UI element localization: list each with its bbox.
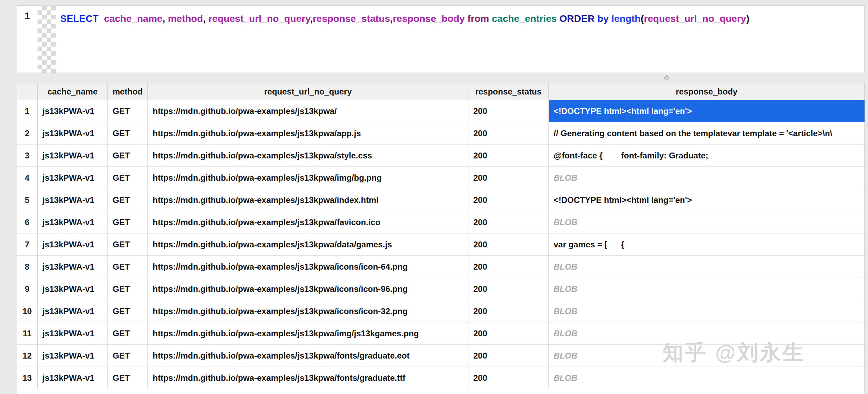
row-number[interactable]: 1 — [17, 100, 38, 122]
cell-cache-name[interactable]: js13kPWA-v1 — [38, 367, 108, 389]
cell-cache-name[interactable]: js13kPWA-v1 — [38, 300, 108, 322]
cell-response-status[interactable]: 200 — [468, 145, 549, 166]
table-header: cache_name method request_url_no_query r… — [17, 83, 865, 100]
cell-method[interactable]: GET — [108, 345, 148, 367]
cell-cache-name[interactable]: js13kPWA-v1 — [38, 322, 108, 344]
cell-response-status[interactable]: 200 — [468, 167, 549, 189]
cell-response-body[interactable]: <!DOCTYPE html><html lang='en'> — [549, 189, 865, 211]
cell-request-url[interactable]: https://mdn.github.io/pwa-examples/js13k… — [148, 322, 468, 344]
cell-method[interactable]: GET — [108, 233, 148, 255]
cell-request-url[interactable]: https://mdn.github.io/pwa-examples/js13k… — [148, 233, 468, 255]
cell-request-url[interactable]: https://mdn.github.io/pwa-examples/js13k… — [148, 300, 468, 322]
header-method[interactable]: method — [108, 83, 148, 100]
cell-response-body[interactable]: BLOB — [549, 367, 865, 389]
pane-splitter-handle[interactable] — [664, 75, 669, 80]
cell-method[interactable]: GET — [108, 322, 148, 344]
cell-response-body[interactable]: BLOB — [549, 167, 865, 189]
sql-editor[interactable]: 1 SELECT cache_name, method, request_url… — [17, 6, 865, 73]
cell-request-url[interactable]: https://mdn.github.io/pwa-examples/js13k… — [148, 256, 468, 278]
table-row: 2js13kPWA-v1GEThttps://mdn.github.io/pwa… — [17, 122, 865, 145]
cell-response-body[interactable]: BLOB — [549, 278, 865, 300]
cell-request-url[interactable]: https://mdn.github.io/pwa-examples/js13k… — [148, 211, 468, 233]
cell-cache-name[interactable]: js13kPWA-v1 — [38, 211, 108, 233]
cell-method[interactable]: GET — [108, 189, 148, 211]
cell-response-body[interactable]: BLOB — [549, 300, 865, 322]
cell-request-url[interactable]: https://mdn.github.io/pwa-examples/js13k… — [148, 167, 468, 189]
row-number[interactable]: 9 — [17, 278, 38, 300]
cell-response-status[interactable]: 200 — [468, 256, 549, 278]
cell-cache-name[interactable]: js13kPWA-v1 — [38, 167, 108, 189]
header-cache-name[interactable]: cache_name — [38, 83, 108, 100]
table-row: 1js13kPWA-v1GEThttps://mdn.github.io/pwa… — [17, 100, 865, 122]
cell-response-body[interactable]: BLOB — [549, 211, 865, 233]
cell-cache-name[interactable]: js13kPWA-v1 — [38, 345, 108, 367]
row-number[interactable]: 3 — [17, 145, 38, 166]
cell-method[interactable]: GET — [108, 167, 148, 189]
cell-method[interactable]: GET — [108, 145, 148, 166]
cell-response-body[interactable]: <!DOCTYPE html><html lang='en'> — [549, 100, 865, 122]
cell-response-status[interactable]: 200 — [468, 122, 549, 144]
cell-response-status[interactable]: 200 — [468, 189, 549, 211]
cell-method[interactable]: GET — [108, 256, 148, 278]
cell-request-url[interactable]: https://mdn.github.io/pwa-examples/js13k… — [148, 145, 468, 166]
cell-cache-name[interactable]: js13kPWA-v1 — [38, 122, 108, 144]
cell-response-body[interactable]: @font-face { font-family: Graduate; — [549, 145, 865, 166]
cell-response-body[interactable]: // Generating content based on the templ… — [549, 122, 865, 144]
cell-response-status[interactable]: 200 — [468, 278, 549, 300]
header-corner[interactable] — [17, 83, 38, 100]
cell-response-body[interactable]: BLOB — [549, 322, 865, 344]
cell-response-status[interactable]: 200 — [468, 322, 549, 344]
cell-response-status[interactable]: 200 — [468, 233, 549, 255]
row-number[interactable]: 11 — [17, 322, 38, 344]
header-request-url[interactable]: request_url_no_query — [148, 83, 468, 100]
cell-response-status[interactable]: 200 — [468, 367, 549, 389]
cell-cache-name[interactable]: js13kPWA-v1 — [38, 145, 108, 166]
cell-method[interactable]: GET — [108, 367, 148, 389]
table-row: 3js13kPWA-v1GEThttps://mdn.github.io/pwa… — [17, 145, 865, 167]
row-number[interactable]: 10 — [17, 300, 38, 322]
sql-token: response_body — [393, 13, 465, 24]
header-response-body[interactable]: response_body — [549, 83, 865, 100]
cell-response-status[interactable]: 200 — [468, 100, 549, 122]
sql-query-text[interactable]: SELECT cache_name, method, request_url_n… — [56, 6, 865, 73]
row-number[interactable]: 4 — [17, 167, 38, 189]
cell-method[interactable]: GET — [108, 211, 148, 233]
cell-request-url[interactable]: https://mdn.github.io/pwa-examples/js13k… — [148, 122, 468, 144]
cell-cache-name[interactable]: js13kPWA-v1 — [38, 278, 108, 300]
row-number[interactable]: 7 — [17, 233, 38, 255]
cell-response-body[interactable]: BLOB — [549, 256, 865, 278]
cell-cache-name[interactable]: js13kPWA-v1 — [38, 189, 108, 211]
cell-request-url[interactable]: https://mdn.github.io/pwa-examples/js13k… — [148, 278, 468, 300]
cell-response-body[interactable]: var games = [ { — [549, 233, 865, 255]
cell-response-status[interactable]: 200 — [468, 300, 549, 322]
cell-request-url[interactable]: https://mdn.github.io/pwa-examples/js13k… — [148, 345, 468, 367]
header-response-status[interactable]: response_status — [468, 83, 549, 100]
row-number[interactable]: 6 — [17, 211, 38, 233]
table-row: 13js13kPWA-v1GEThttps://mdn.github.io/pw… — [17, 367, 865, 389]
cell-method[interactable]: GET — [108, 278, 148, 300]
table-row: 10js13kPWA-v1GEThttps://mdn.github.io/pw… — [17, 300, 865, 322]
table-row: 7js13kPWA-v1GEThttps://mdn.github.io/pwa… — [17, 233, 865, 256]
cell-response-status[interactable]: 200 — [468, 345, 549, 367]
editor-line-number: 1 — [17, 6, 38, 73]
cell-response-body[interactable]: BLOB — [549, 345, 865, 367]
cell-cache-name[interactable]: js13kPWA-v1 — [38, 256, 108, 278]
row-number[interactable]: 5 — [17, 189, 38, 211]
cell-method[interactable]: GET — [108, 300, 148, 322]
cell-request-url[interactable]: https://mdn.github.io/pwa-examples/js13k… — [148, 189, 468, 211]
cell-request-url[interactable]: https://mdn.github.io/pwa-examples/js13k… — [148, 100, 468, 122]
cell-response-status[interactable]: 200 — [468, 211, 549, 233]
sql-token: ( — [641, 13, 644, 24]
cell-cache-name[interactable]: js13kPWA-v1 — [38, 233, 108, 255]
results-table: cache_name method request_url_no_query r… — [17, 83, 865, 394]
cell-cache-name[interactable]: js13kPWA-v1 — [38, 100, 108, 122]
row-number[interactable]: 13 — [17, 367, 38, 389]
cell-method[interactable]: GET — [108, 100, 148, 122]
cell-method[interactable]: GET — [108, 122, 148, 144]
sql-token: request_url_no_query — [208, 13, 310, 24]
row-number[interactable]: 12 — [17, 345, 38, 367]
sql-token: by — [597, 13, 609, 24]
cell-request-url[interactable]: https://mdn.github.io/pwa-examples/js13k… — [148, 367, 468, 389]
row-number[interactable]: 2 — [17, 122, 38, 144]
row-number[interactable]: 8 — [17, 256, 38, 278]
